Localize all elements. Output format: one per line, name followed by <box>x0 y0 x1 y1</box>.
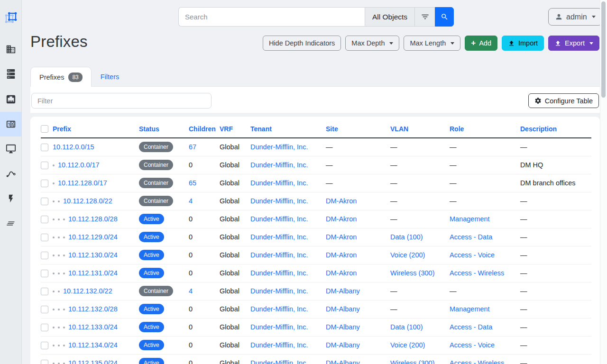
column-sort-link[interactable]: VRF <box>220 125 233 133</box>
prefix-link[interactable]: 10.112.134.0/24 <box>68 341 118 349</box>
site-link[interactable]: DM-Albany <box>326 359 360 364</box>
netbox-logo[interactable] <box>0 6 21 30</box>
prefix-link[interactable]: 10.112.128.0/22 <box>63 197 112 205</box>
row-checkbox[interactable] <box>41 342 48 349</box>
sidebar-item-connections[interactable] <box>0 87 21 111</box>
tab-filters[interactable]: Filters <box>92 67 128 87</box>
prefix-link[interactable]: 10.112.0.0/17 <box>58 161 100 169</box>
children-link[interactable]: 67 <box>189 143 196 151</box>
column-sort-link[interactable]: Status <box>139 125 159 133</box>
site-link[interactable]: DM-Akron <box>326 251 357 259</box>
site-link[interactable]: DM-Akron <box>326 233 357 241</box>
tenant-link[interactable]: Dunder-Mifflin, Inc. <box>250 215 308 223</box>
role-link[interactable]: Access - Data <box>450 233 492 241</box>
column-sort-link[interactable]: Tenant <box>250 125 272 133</box>
column-sort-link[interactable]: Children <box>189 125 216 133</box>
prefix-link[interactable]: 10.112.133.0/24 <box>68 323 118 331</box>
tenant-link[interactable]: Dunder-Mifflin, Inc. <box>250 359 308 364</box>
site-link[interactable]: DM-Akron <box>326 269 357 277</box>
role-link[interactable]: Management <box>450 215 490 223</box>
vlan-link[interactable]: Data (100) <box>390 233 423 241</box>
row-checkbox[interactable] <box>41 306 48 313</box>
row-checkbox[interactable] <box>41 144 48 151</box>
sidebar-item-virtualization[interactable] <box>0 136 21 161</box>
vlan-link[interactable]: Wireless (300) <box>390 359 434 364</box>
prefix-link[interactable]: 10.112.132.0/28 <box>68 305 118 313</box>
prefix-link[interactable]: 10.112.130.0/24 <box>68 251 118 259</box>
search-submit-button[interactable] <box>435 7 454 27</box>
import-button[interactable]: Import <box>502 36 544 51</box>
sidebar-item-circuits[interactable] <box>0 162 21 186</box>
row-checkbox[interactable] <box>41 234 48 241</box>
add-button[interactable]: +Add <box>465 36 497 51</box>
tenant-link[interactable]: Dunder-Mifflin, Inc. <box>250 233 308 241</box>
select-all-checkbox[interactable] <box>41 125 48 133</box>
children-link[interactable]: 4 <box>189 197 193 205</box>
export-dropdown[interactable]: Export <box>548 36 599 51</box>
vlan-link[interactable]: Wireless (300) <box>390 269 434 277</box>
role-link[interactable]: Access - Wireless <box>450 269 504 277</box>
sidebar-item-devices[interactable] <box>0 62 21 86</box>
row-checkbox[interactable] <box>41 324 48 331</box>
vlan-link[interactable]: Data (100) <box>390 323 423 331</box>
tenant-link[interactable]: Dunder-Mifflin, Inc. <box>250 143 308 151</box>
vlan-link[interactable]: Voice (200) <box>390 251 425 259</box>
prefix-link[interactable]: 10.112.128.0/28 <box>68 215 118 223</box>
tenant-link[interactable]: Dunder-Mifflin, Inc. <box>250 305 308 313</box>
max-depth-dropdown[interactable]: Max Depth <box>345 36 399 51</box>
row-checkbox[interactable] <box>41 288 48 295</box>
user-menu-button[interactable]: admin <box>548 8 602 26</box>
tab-prefixes[interactable]: Prefixes 83 <box>30 67 92 87</box>
row-checkbox[interactable] <box>41 180 48 187</box>
max-length-dropdown[interactable]: Max Length <box>404 36 460 51</box>
tenant-link[interactable]: Dunder-Mifflin, Inc. <box>250 341 308 349</box>
column-sort-link[interactable]: Prefix <box>53 125 71 133</box>
tenant-link[interactable]: Dunder-Mifflin, Inc. <box>250 197 308 205</box>
quick-filter-input[interactable] <box>31 93 212 109</box>
vlan-link[interactable]: Voice (200) <box>390 341 425 349</box>
row-checkbox[interactable] <box>41 360 48 364</box>
tenant-link[interactable]: Dunder-Mifflin, Inc. <box>250 287 308 295</box>
column-sort-link[interactable]: Role <box>450 125 464 133</box>
role-link[interactable]: Access - Voice <box>450 341 495 349</box>
column-sort-link[interactable]: Description <box>520 125 557 133</box>
search-scope-button[interactable]: All Objects <box>365 7 414 27</box>
site-link[interactable]: DM-Albany <box>326 305 360 313</box>
role-link[interactable]: Management <box>450 305 490 313</box>
prefix-link[interactable]: 10.112.129.0/24 <box>68 233 118 241</box>
row-checkbox[interactable] <box>41 270 48 277</box>
tenant-link[interactable]: Dunder-Mifflin, Inc. <box>250 179 308 187</box>
tenant-link[interactable]: Dunder-Mifflin, Inc. <box>250 269 308 277</box>
prefix-link[interactable]: 10.112.135.0/24 <box>68 359 118 364</box>
configure-table-button[interactable]: Configure Table <box>528 93 599 108</box>
sidebar-item-power[interactable] <box>0 186 21 211</box>
site-link[interactable]: DM-Akron <box>326 215 357 223</box>
row-checkbox[interactable] <box>41 252 48 259</box>
search-input[interactable] <box>178 7 365 27</box>
tenant-link[interactable]: Dunder-Mifflin, Inc. <box>250 251 308 259</box>
role-link[interactable]: Access - Voice <box>450 251 495 259</box>
children-link[interactable]: 65 <box>189 179 196 187</box>
role-link[interactable]: Access - Data <box>450 323 492 331</box>
column-sort-link[interactable]: VLAN <box>390 125 408 133</box>
site-link[interactable]: DM-Albany <box>326 341 360 349</box>
sidebar-item-ipam[interactable] <box>0 112 21 136</box>
site-link[interactable]: DM-Albany <box>326 323 360 331</box>
site-link[interactable]: DM-Albany <box>326 287 360 295</box>
prefix-link[interactable]: 10.112.131.0/24 <box>68 269 118 277</box>
scrollbar-thumb[interactable] <box>601 1 606 98</box>
scrollbar-track[interactable] <box>600 0 607 364</box>
column-sort-link[interactable]: Site <box>326 125 338 133</box>
role-link[interactable]: Access - Wireless <box>450 359 504 364</box>
sidebar-item-organization[interactable] <box>0 37 21 62</box>
tenant-link[interactable]: Dunder-Mifflin, Inc. <box>250 161 308 169</box>
tenant-link[interactable]: Dunder-Mifflin, Inc. <box>250 323 308 331</box>
sidebar-item-logging[interactable] <box>0 211 21 236</box>
search-filter-button[interactable] <box>414 7 435 27</box>
prefix-link[interactable]: 10.112.128.0/17 <box>58 179 107 187</box>
row-checkbox[interactable] <box>41 162 48 169</box>
prefix-link[interactable]: 10.112.0.0/15 <box>53 143 94 151</box>
row-checkbox[interactable] <box>41 198 48 205</box>
prefix-link[interactable]: 10.112.132.0/22 <box>63 287 112 295</box>
children-link[interactable]: 4 <box>189 287 193 295</box>
